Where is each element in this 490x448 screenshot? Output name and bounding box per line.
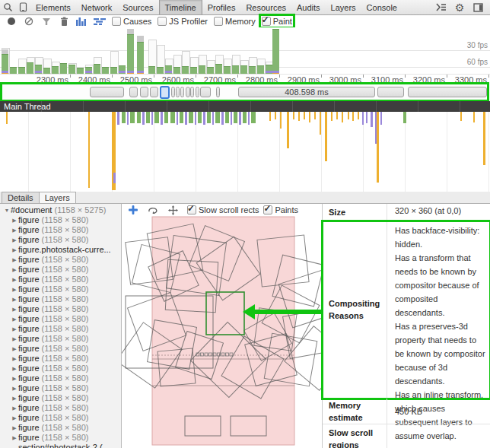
checkbox-causes[interactable]: Causes [112,17,151,26]
tree-item-figure[interactable]: ▶figure (1158 × 580) [0,255,121,265]
frame-item[interactable] [176,87,180,97]
frame-item[interactable] [150,87,158,97]
expand-arrow-icon[interactable]: ▶ [11,284,18,294]
checkbox-paints[interactable]: Paints [263,205,298,214]
record-button[interactable] [5,17,18,26]
checkbox-paint[interactable]: Paint [262,17,292,26]
clear-button[interactable] [23,17,35,26]
tab-profiles[interactable]: Profiles [202,0,241,14]
tree-item-figure[interactable]: ▶figure (1158 × 580) [0,265,121,275]
expand-arrow-icon[interactable]: ▶ [11,393,18,403]
tree-item-figure[interactable]: ▶figure (1158 × 580) [0,235,121,245]
expand-arrow-icon[interactable]: ▶ [11,294,18,304]
expand-arrow-icon[interactable]: ▶ [11,383,18,393]
frame-item[interactable] [129,87,138,97]
tree-item-figure[interactable]: ▶figure (1158 × 580) [0,275,121,284]
checkbox-box[interactable] [187,205,196,214]
main-thread-flame-chart[interactable] [0,112,490,192]
frame-item[interactable] [90,87,124,97]
expand-arrow-icon[interactable]: ▶ [11,235,18,245]
frame-item[interactable] [377,87,404,97]
console-drawer-icon[interactable] [432,3,450,11]
frame-item[interactable] [216,87,220,97]
tree-item-figure[interactable]: ▶figure (1158 × 580) [0,294,121,304]
expand-arrow-icon[interactable]: ▶ [11,245,18,255]
expand-arrow-icon[interactable]: ▶ [11,354,18,364]
move-mode-icon[interactable] [167,205,178,215]
checkbox-box[interactable] [112,17,121,26]
expand-arrow-icon[interactable]: ▶ [11,255,18,265]
tab-details[interactable]: Details [2,192,40,203]
frame-item[interactable] [140,87,148,97]
expand-arrow-icon[interactable]: ▶ [11,403,18,413]
checkbox-memory[interactable]: Memory [214,17,256,26]
expand-arrow-icon[interactable]: ▶ [11,364,18,373]
garbage-collect-icon[interactable] [58,17,70,27]
expand-arrow-icon[interactable]: ▶ [11,304,18,314]
settings-gear-icon[interactable]: ⚙ [450,2,469,14]
frame-item-labeled[interactable]: 408.598 ms [238,87,375,97]
tab-layers[interactable]: Layers [326,0,361,14]
timeline-overview[interactable]: 30 fps 60 fps [0,27,490,74]
tree-item-figure[interactable]: ▶figure (1158 × 580) [0,364,121,373]
layer-visualization[interactable] [122,216,322,448]
device-mode-icon[interactable] [15,0,30,14]
tree-item-#document[interactable]: ▼#document (1158 × 5275) [0,205,121,215]
tree-item-figure[interactable]: ▶figure (1158 × 580) [0,403,121,413]
tree-item-figure.photostack-curre...[interactable]: ▶figure.photostack-curre... [0,245,121,255]
expand-arrow-icon[interactable]: ▶ [11,334,18,344]
frame-item[interactable] [408,87,487,97]
tree-item-figure[interactable]: ▶figure (1158 × 580) [0,354,121,364]
tree-item-figure[interactable]: ▶figure (1158 × 580) [0,433,121,443]
checkbox-js-profiler[interactable]: JS Profiler [158,17,208,26]
checkbox-box[interactable] [262,17,271,26]
expand-arrow-icon[interactable]: ▶ [11,413,18,423]
tree-item-figure[interactable]: ▶figure (1158 × 580) [0,304,121,314]
tab-layers[interactable]: Layers [39,192,76,203]
frame-item[interactable] [200,87,211,97]
tab-timeline[interactable]: Timeline [159,0,202,14]
frames-strip[interactable]: 408.598 ms [2,84,487,100]
dock-side-icon[interactable] [469,3,487,12]
tab-resources[interactable]: Resources [240,0,291,14]
expand-arrow-icon[interactable]: ▶ [11,314,18,324]
expand-arrow-icon[interactable]: ▶ [11,373,18,383]
pan-mode-icon[interactable] [128,205,138,214]
tree-item-figure[interactable]: ▶figure (1158 × 580) [0,334,121,344]
frames-view-icon[interactable] [75,17,88,26]
layer-tree[interactable]: ▼#document (1158 × 5275)▶figure (1158 × … [0,204,122,448]
expand-arrow-icon[interactable]: ▶ [11,275,18,284]
tree-item-figure[interactable]: ▶figure (1158 × 580) [0,423,121,433]
tree-item-section#photostack-2...[interactable]: section#photostack-2 (... [0,443,121,448]
frame-item[interactable] [190,87,194,97]
filter-button[interactable] [40,17,52,26]
tree-item-figure[interactable]: ▶figure (1158 × 580) [0,324,121,334]
inspect-element-icon[interactable] [0,0,15,14]
expand-arrow-icon[interactable]: ▶ [11,215,18,225]
tab-audits[interactable]: Audits [291,0,326,14]
tree-item-figure[interactable]: ▶figure (1158 × 580) [0,413,121,423]
flame-chart-view-icon[interactable] [93,17,107,26]
tree-item-figure[interactable]: ▶figure (1158 × 580) [0,314,121,324]
frame-item[interactable] [171,87,175,97]
expand-arrow-icon[interactable]: ▶ [11,265,18,275]
expand-arrow-icon[interactable]: ▶ [11,225,18,235]
checkbox-box[interactable] [263,205,272,214]
frame-item[interactable] [196,87,199,97]
tree-item-figure[interactable]: ▶figure (1158 × 580) [0,215,121,225]
checkbox-box[interactable] [158,17,167,26]
tree-item-figure[interactable]: ▶figure (1158 × 580) [0,284,121,294]
checkbox-box[interactable] [214,17,223,26]
tree-item-figure[interactable]: ▶figure (1158 × 580) [0,393,121,403]
frame-item[interactable] [180,87,184,97]
tab-console[interactable]: Console [361,0,402,14]
checkbox-slow-scroll-rects[interactable]: Slow scroll rects [187,205,259,214]
expand-arrow-icon[interactable]: ▶ [11,344,18,354]
tree-item-figure[interactable]: ▶figure (1158 × 580) [0,373,121,383]
expand-arrow-open-icon[interactable]: ▼ [3,205,11,215]
frame-item[interactable] [160,86,170,99]
tab-elements[interactable]: Elements [30,0,76,14]
tab-network[interactable]: Network [76,0,117,14]
expand-arrow-icon[interactable]: ▶ [11,324,18,334]
tree-item-figure[interactable]: ▶figure (1158 × 580) [0,225,121,235]
